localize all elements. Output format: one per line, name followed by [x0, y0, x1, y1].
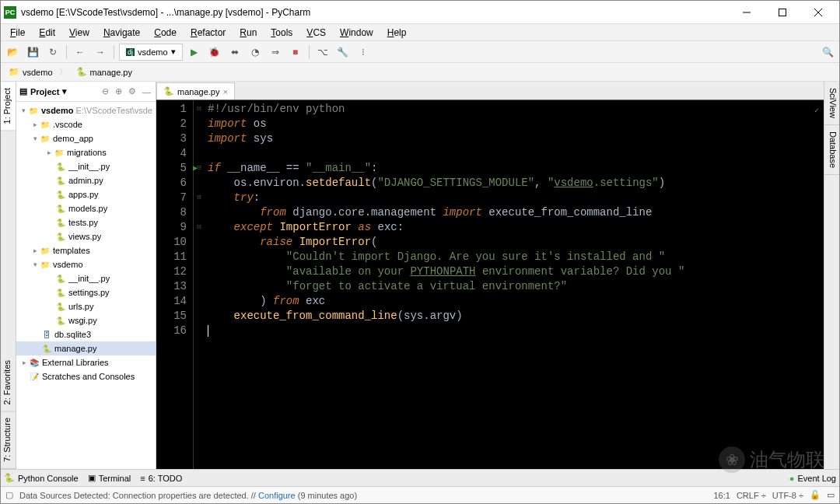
- left-tool-strip: 1: Project 2: Favorites 7: Structure: [1, 82, 16, 469]
- sciview-tool-tab[interactable]: SciView: [824, 82, 839, 125]
- menu-edit[interactable]: Edit: [33, 26, 61, 40]
- run-config-dropdown[interactable]: dj vsdemo ▾: [119, 44, 183, 61]
- python-icon: 🐍: [4, 473, 15, 483]
- back-button[interactable]: ←: [72, 44, 89, 61]
- title-bar: PC vsdemo [E:\VScodeTest\vsdemo] - ...\m…: [1, 1, 839, 24]
- close-button[interactable]: [800, 1, 836, 24]
- menu-file[interactable]: File: [4, 26, 31, 40]
- close-tab-button[interactable]: ×: [222, 87, 227, 96]
- pane-settings-button[interactable]: ⚙: [127, 86, 138, 96]
- run-button[interactable]: ▶: [186, 44, 203, 61]
- tree-file[interactable]: 🐍admin.py: [16, 173, 156, 187]
- chevron-down-icon[interactable]: ▾: [62, 86, 67, 96]
- breadcrumb-label: manage.py: [90, 68, 132, 77]
- tree-external-libs[interactable]: ▸📚External Libraries: [16, 355, 156, 369]
- favorites-tool-tab[interactable]: 2: Favorites: [1, 354, 16, 411]
- tree-root[interactable]: ▾📁vsdemo E:\VScodeTest\vsde: [16, 103, 156, 117]
- event-log-tab[interactable]: ●Event Log: [789, 474, 836, 483]
- fold-column[interactable]: ⊟⊟⊟⊟: [194, 100, 205, 469]
- hide-pane-button[interactable]: —: [141, 87, 152, 96]
- tab-label: Terminal: [99, 474, 131, 483]
- configure-link[interactable]: Configure: [258, 491, 296, 500]
- menu-vcs[interactable]: VCS: [300, 26, 332, 40]
- main-area: 1: Project 2: Favorites 7: Structure ▤ P…: [1, 82, 839, 469]
- refresh-button[interactable]: ↻: [44, 44, 61, 61]
- code-editor[interactable]: ✓ 12345678910111213141516 ⊟⊟⊟⊟ #!/usr/bi…: [156, 100, 824, 469]
- vcs-button[interactable]: ⌥: [314, 44, 331, 61]
- tree-file[interactable]: 🗄db.sqlite3: [16, 327, 156, 341]
- python-icon: 🐍: [55, 301, 66, 312]
- reader-mode-icon[interactable]: 🔓: [810, 490, 821, 500]
- terminal-icon: ▣: [88, 473, 96, 483]
- menu-navigate[interactable]: Navigate: [97, 26, 146, 40]
- database-tool-tab[interactable]: Database: [824, 125, 839, 175]
- todo-icon: ≡: [140, 474, 145, 483]
- project-tool-tab[interactable]: 1: Project: [1, 82, 16, 131]
- menu-window[interactable]: Window: [334, 26, 380, 40]
- tree-file[interactable]: 🐍models.py: [16, 201, 156, 215]
- tree-folder[interactable]: ▸📁migrations: [16, 145, 156, 159]
- run-coverage-button[interactable]: ⬌: [226, 44, 243, 61]
- tree-folder[interactable]: ▾📁vsdemo: [16, 257, 156, 271]
- tree-folder[interactable]: ▾📁demo_app: [16, 131, 156, 145]
- file-encoding[interactable]: UTF-8 ÷: [772, 491, 803, 500]
- tree-file[interactable]: 🐍tests.py: [16, 215, 156, 229]
- bottom-tool-bar: 🐍Python Console ▣Terminal ≡6: TODO ●Even…: [1, 469, 839, 486]
- tree-file[interactable]: 🐍wsgi.py: [16, 313, 156, 327]
- tree-label: vsdemo: [53, 260, 83, 269]
- line-separator[interactable]: CRLF ÷: [737, 491, 766, 500]
- code-content[interactable]: #!/usr/bin/env pythonimport osimport sys…: [205, 100, 824, 469]
- locate-button[interactable]: ⊕: [114, 86, 124, 96]
- menu-tools[interactable]: Tools: [264, 26, 299, 40]
- structure-tool-tab[interactable]: 7: Structure: [1, 411, 16, 469]
- tree-file[interactable]: 🐍__init__.py: [16, 159, 156, 173]
- stop-button[interactable]: ■: [287, 44, 304, 61]
- menu-refactor[interactable]: Refactor: [184, 26, 232, 40]
- tree-file[interactable]: 🐍settings.py: [16, 285, 156, 299]
- tree-label: urls.py: [68, 302, 93, 311]
- tree-file[interactable]: 🐍views.py: [16, 229, 156, 243]
- tree-folder[interactable]: ▸📁templates: [16, 243, 156, 257]
- debug-button[interactable]: 🐞: [206, 44, 223, 61]
- tree-file[interactable]: 🐍urls.py: [16, 299, 156, 313]
- search-everywhere-button[interactable]: 🔍: [819, 44, 836, 61]
- collapse-all-button[interactable]: ⊖: [100, 86, 110, 96]
- library-icon: 📚: [29, 357, 40, 368]
- menu-code[interactable]: Code: [148, 26, 183, 40]
- breadcrumb-item[interactable]: 🐍manage.py: [73, 65, 145, 79]
- tree-file[interactable]: 🐍manage.py: [16, 341, 156, 355]
- tree-scratches[interactable]: 📝Scratches and Consoles: [16, 369, 156, 383]
- tree-label: wsgi.py: [68, 316, 97, 325]
- tree-file[interactable]: 🐍apps.py: [16, 187, 156, 201]
- save-all-button[interactable]: 💾: [24, 44, 41, 61]
- tab-label: Event Log: [797, 474, 836, 483]
- memory-indicator[interactable]: ▭: [827, 490, 835, 500]
- minimize-button[interactable]: [729, 1, 765, 24]
- tree-label: admin.py: [68, 176, 103, 185]
- terminal-tab[interactable]: ▣Terminal: [88, 473, 131, 483]
- line-number-gutter[interactable]: 12345678910111213141516: [156, 100, 194, 469]
- forward-button[interactable]: →: [92, 44, 109, 61]
- python-icon: 🐍: [41, 343, 52, 354]
- settings-button[interactable]: 🔧: [334, 44, 352, 61]
- open-file-button[interactable]: 📂: [4, 44, 21, 61]
- menu-run[interactable]: Run: [233, 26, 263, 40]
- menu-view[interactable]: View: [63, 26, 96, 40]
- tree-file[interactable]: 🐍__init__.py: [16, 271, 156, 285]
- maximize-button[interactable]: [765, 1, 800, 24]
- attach-button[interactable]: ⇒: [267, 44, 284, 61]
- tree-folder[interactable]: ▸📁.vscode: [16, 117, 156, 131]
- status-icon[interactable]: ▢: [5, 490, 13, 500]
- tree-label: Scratches and Consoles: [42, 372, 135, 381]
- todo-tab[interactable]: ≡6: TODO: [140, 474, 182, 483]
- tree-label: tests.py: [68, 218, 98, 227]
- project-tree[interactable]: ▾📁vsdemo E:\VScodeTest\vsde ▸📁.vscode ▾📁…: [16, 102, 156, 469]
- python-console-tab[interactable]: 🐍Python Console: [4, 473, 79, 483]
- breadcrumb-item[interactable]: 📁vsdemo: [5, 65, 73, 79]
- caret-position[interactable]: 16:1: [713, 491, 730, 500]
- editor-tab[interactable]: 🐍 manage.py ×: [156, 82, 235, 100]
- menu-help[interactable]: Help: [381, 26, 413, 40]
- profile-button[interactable]: ◔: [247, 44, 264, 61]
- tree-label: models.py: [68, 204, 107, 213]
- more-button[interactable]: ⁝: [355, 44, 372, 61]
